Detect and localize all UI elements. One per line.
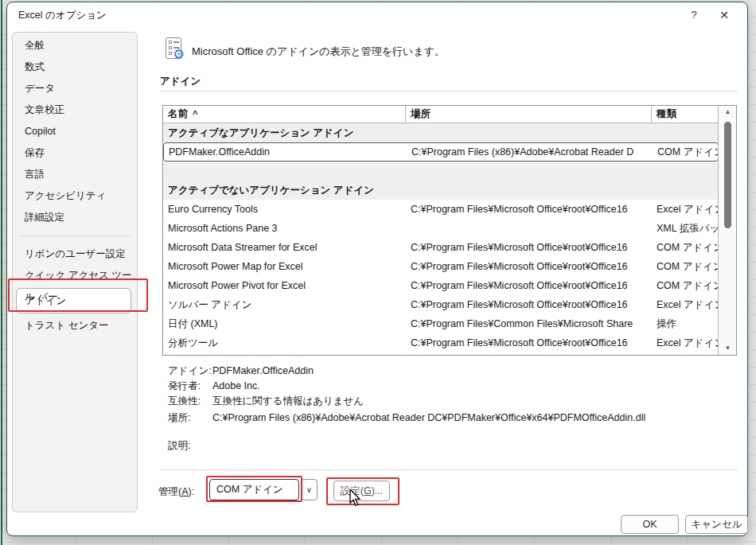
cell-type: XML 拡張パック bbox=[652, 219, 719, 238]
table-row[interactable]: 分析ツール C:¥Program Files¥Microsoft Office¥… bbox=[163, 333, 719, 352]
detail-label: 互換性: bbox=[168, 395, 212, 408]
footer-divider bbox=[160, 469, 738, 470]
table-row[interactable]: Microsoft Power Map for Excel C:¥Program… bbox=[163, 257, 719, 276]
table-row[interactable]: 日付 (XML) C:¥Program Files¥Common Files¥M… bbox=[163, 314, 719, 333]
cell-location: C:¥Program Files¥Microsoft Office¥root¥O… bbox=[406, 276, 652, 295]
sidebar-item-accessibility[interactable]: アクセシビリティ bbox=[13, 185, 137, 207]
detail-label: 説明: bbox=[168, 439, 212, 453]
table-row-selected-pdfmaker[interactable]: PDFMaker.OfficeAddin C:¥Program Files (x… bbox=[163, 142, 719, 162]
page-description: Microsoft Office のアドインの表示と管理を行います。 bbox=[192, 45, 445, 59]
scroll-down-icon[interactable]: ▼ bbox=[719, 342, 737, 355]
table-row[interactable]: Microsoft Power Pivot for Excel C:¥Progr… bbox=[163, 276, 719, 295]
table-row[interactable]: Microsoft Actions Pane 3 XML 拡張パック bbox=[163, 219, 719, 238]
manage-label-part: 管理( bbox=[158, 486, 181, 497]
column-header-location[interactable]: 場所 bbox=[406, 106, 652, 123]
cell-location: C:¥Program Files¥Microsoft Office¥root¥O… bbox=[406, 238, 652, 257]
excel-window-edge bbox=[1, 0, 2, 545]
table-row[interactable]: Microsoft Data Streamer for Excel C:¥Pro… bbox=[163, 238, 719, 257]
cell-type: Excel アドイン bbox=[652, 295, 719, 314]
scrollbar-thumb[interactable] bbox=[724, 122, 731, 228]
table-row[interactable]: ソルバー アドイン C:¥Program Files¥Microsoft Off… bbox=[163, 295, 719, 314]
sidebar-item-addins[interactable]: アドイン bbox=[16, 288, 131, 313]
cell-location: C:¥Program Files¥Microsoft Office¥root¥O… bbox=[406, 295, 652, 314]
cell-location: C:¥Program Files¥Microsoft Office¥root¥O… bbox=[406, 257, 652, 276]
group-row-inactive-addins: アクティブでないアプリケーション アドイン bbox=[163, 181, 719, 200]
column-header-type[interactable]: 種類 bbox=[652, 106, 719, 123]
cell-name: ソルバー アドイン bbox=[163, 295, 406, 314]
scroll-up-icon[interactable]: ▲ bbox=[719, 106, 737, 119]
cell-type: Excel アドイン bbox=[652, 333, 719, 352]
gear-icon: ⚙ bbox=[173, 47, 185, 63]
cell-type: 操作 bbox=[652, 314, 719, 333]
table-header-row: 名前^ 場所 種類 bbox=[163, 106, 736, 123]
cell-name: Microsoft Actions Pane 3 bbox=[163, 219, 406, 238]
cell-type: COM アドイン bbox=[653, 143, 719, 161]
table-row[interactable]: Euro Currency Tools C:¥Program Files¥Mic… bbox=[163, 200, 719, 219]
list-bullet-icon bbox=[169, 41, 172, 44]
sidebar-item-save[interactable]: 保存 bbox=[13, 142, 137, 164]
help-icon[interactable]: ? bbox=[684, 6, 704, 25]
sort-ascending-icon: ^ bbox=[193, 109, 197, 119]
sidebar-item-general[interactable]: 全般 bbox=[13, 35, 137, 56]
cell-location: C:¥Program Files¥Microsoft Office¥root¥O… bbox=[406, 200, 652, 219]
detail-label: 発行者: bbox=[168, 380, 212, 393]
detail-row-publisher: 発行者:Adobe Inc. bbox=[168, 380, 260, 393]
detail-value: Adobe Inc. bbox=[212, 380, 260, 391]
column-header-name-label: 名前 bbox=[168, 108, 188, 119]
cell-name: 分析ツール bbox=[163, 333, 406, 352]
detail-label: アドイン: bbox=[168, 364, 212, 378]
sidebar-divider bbox=[19, 236, 131, 236]
sidebar-item-proofing[interactable]: 文章校正 bbox=[13, 99, 137, 121]
detail-value: C:¥Program Files (x86)¥Adobe¥Acrobat Rea… bbox=[212, 412, 645, 423]
detail-row-compatibility: 互換性:互換性に関する情報はありません bbox=[168, 395, 364, 408]
manage-combobox[interactable]: COM アドイン bbox=[209, 479, 299, 500]
table-body: アクティブなアプリケーション アドイン PDFMaker.OfficeAddin… bbox=[163, 123, 719, 352]
ok-button[interactable]: OK bbox=[621, 515, 679, 534]
chevron-down-icon[interactable]: ∨ bbox=[301, 479, 318, 500]
excel-options-dialog: Excel のオプション ? ✕ 全般 数式 データ 文章校正 Copilot … bbox=[6, 2, 748, 536]
detail-label: 場所: bbox=[168, 411, 212, 425]
cell-name: Microsoft Data Streamer for Excel bbox=[163, 238, 406, 257]
section-title-addins: アドイン bbox=[160, 75, 201, 88]
cell-name: Microsoft Power Pivot for Excel bbox=[163, 276, 406, 295]
table-scrollbar[interactable]: ▲ ▼ bbox=[718, 106, 736, 355]
addins-page-icon: ⚙ bbox=[164, 37, 188, 63]
cell-location: C:¥Program Files (x86)¥Adobe¥Acrobat Rea… bbox=[407, 143, 653, 161]
detail-value: PDFMaker.OfficeAddin bbox=[212, 365, 314, 376]
manage-accelerator: A bbox=[181, 486, 188, 497]
sidebar-item-quick-access-toolbar[interactable]: クイック アクセス ツール バー bbox=[13, 265, 137, 286]
close-icon[interactable]: ✕ bbox=[714, 6, 735, 25]
detail-row-location: 場所:C:¥Program Files (x86)¥Adobe¥Acrobat … bbox=[168, 411, 645, 425]
group-label: アクティブでないアプリケーション アドイン bbox=[163, 181, 719, 200]
sidebar-item-customize-ribbon[interactable]: リボンのユーザー設定 bbox=[13, 243, 137, 265]
sidebar-item-trust-center[interactable]: トラスト センター bbox=[13, 315, 137, 337]
group-label: アクティブなアプリケーション アドイン bbox=[163, 123, 719, 142]
list-line-icon bbox=[173, 41, 179, 43]
cancel-button[interactable]: キャンセル bbox=[685, 515, 748, 534]
cell-type: COM アドイン bbox=[652, 257, 719, 276]
cell-name: PDFMaker.OfficeAddin bbox=[164, 143, 407, 161]
addins-table: 名前^ 場所 種類 アクティブなアプリケーション アドイン PDFMaker.O… bbox=[162, 105, 737, 356]
sidebar-item-data[interactable]: データ bbox=[13, 78, 137, 99]
sidebar-item-language[interactable]: 言語 bbox=[13, 164, 137, 185]
mouse-cursor-icon bbox=[349, 489, 362, 507]
column-header-name[interactable]: 名前^ bbox=[163, 106, 406, 123]
detail-row-addin: アドイン:PDFMaker.OfficeAddin bbox=[168, 364, 314, 378]
table-spacer-row bbox=[163, 162, 719, 181]
options-sidebar: 全般 数式 データ 文章校正 Copilot 保存 言語 アクセシビリティ 詳細… bbox=[12, 32, 138, 512]
cell-type: Excel アドイン bbox=[652, 200, 719, 219]
settings-accelerator: G bbox=[364, 485, 372, 496]
sidebar-item-advanced[interactable]: 詳細設定 bbox=[13, 207, 137, 228]
cell-name: Euro Currency Tools bbox=[163, 200, 406, 219]
cell-location: C:¥Program Files¥Microsoft Office¥root¥O… bbox=[406, 333, 652, 352]
cell-name: 日付 (XML) bbox=[163, 314, 406, 333]
manage-label-part: ): bbox=[189, 486, 195, 497]
group-row-active-addins: アクティブなアプリケーション アドイン bbox=[163, 123, 719, 142]
cell-type: COM アドイン bbox=[652, 238, 719, 257]
cell-location: C:¥Program Files¥Common Files¥Microsoft … bbox=[406, 314, 652, 333]
sidebar-item-copilot[interactable]: Copilot bbox=[13, 121, 137, 142]
sidebar-item-formulas[interactable]: 数式 bbox=[13, 56, 137, 78]
settings-label-part: )... bbox=[372, 485, 384, 496]
detail-row-description: 説明: bbox=[168, 439, 212, 453]
cell-name: Microsoft Power Map for Excel bbox=[163, 257, 406, 276]
